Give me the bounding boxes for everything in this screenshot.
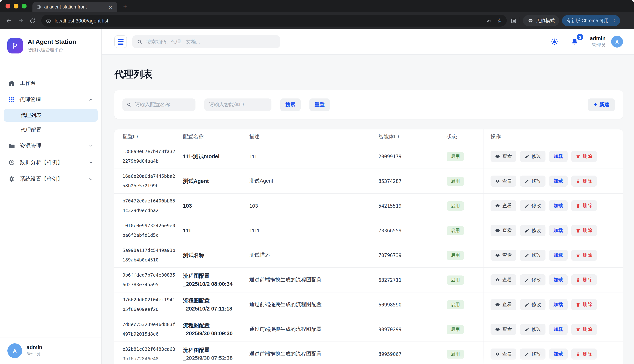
sidebar-item-agent-config[interactable]: 代理配置 [4, 124, 98, 136]
status-cell: 启用 [447, 176, 484, 186]
delete-button[interactable]: 删除 [571, 274, 597, 286]
global-search[interactable] [132, 36, 280, 48]
edit-button[interactable]: 修改 [520, 299, 546, 310]
table-row: 5a998a117dc5449a93b189ab4b0e4510 测试名称 测试… [114, 243, 623, 268]
back-icon[interactable] [4, 16, 14, 26]
tab-close-icon[interactable]: ✕ [108, 4, 114, 10]
new-tab-icon[interactable]: + [123, 3, 127, 10]
menu-kebab-icon[interactable]: ⋮ [612, 18, 617, 24]
edit-button[interactable]: 修改 [520, 200, 546, 211]
forward-icon[interactable] [16, 16, 26, 26]
status-cell: 启用 [447, 201, 484, 210]
delete-button[interactable]: 删除 [571, 176, 597, 186]
view-button[interactable]: 查看 [490, 250, 516, 261]
global-search-input[interactable] [145, 38, 276, 45]
toolbar-divider [520, 17, 520, 24]
edit-button[interactable]: 修改 [520, 324, 546, 335]
load-button[interactable]: 加载 [549, 324, 568, 335]
delete-button[interactable]: 删除 [571, 324, 597, 335]
bookmark-star-icon[interactable]: ☆ [497, 18, 502, 24]
delete-button[interactable]: 删除 [571, 250, 597, 261]
config-name-input[interactable] [134, 102, 192, 108]
password-key-icon[interactable] [486, 18, 492, 24]
window-zoom-button[interactable] [22, 4, 26, 8]
config-name-filter[interactable] [122, 98, 196, 111]
edit-button-icon [524, 253, 529, 258]
load-button[interactable]: 加载 [549, 225, 568, 236]
delete-button[interactable]: 删除 [571, 151, 597, 162]
site-info-icon[interactable] [46, 18, 51, 24]
table-body: 1388a9e67e7b4c8fa322279b9d04aa4b 111-测试m… [114, 144, 623, 364]
agent-id: 85374287 [378, 178, 447, 184]
sidebar-item-agent-management[interactable]: 代理管理 [0, 92, 102, 107]
view-button[interactable]: 查看 [490, 225, 516, 236]
edit-button-icon [524, 352, 529, 356]
config-id: 1388a9e67e7b4c8fa322279b9d04aa4b [114, 147, 183, 166]
incognito-badge[interactable]: 无痕模式 [523, 15, 559, 26]
chrome-update-chip[interactable]: 有新版 Chrome 可用 ⋮ [562, 15, 620, 26]
status-badge: 启用 [447, 300, 464, 309]
view-button[interactable]: 查看 [490, 348, 516, 360]
edit-button[interactable]: 修改 [520, 348, 546, 360]
load-button[interactable]: 加载 [549, 274, 568, 286]
table-row: 7d8ec753239e46d883f497b92015d8e6 流程图配置_2… [114, 317, 623, 342]
edit-button-icon [524, 278, 529, 282]
toolbar-right: 无痕模式 有新版 Chrome 可用 ⋮ [510, 15, 620, 26]
window-minimize-button[interactable] [14, 4, 18, 8]
edit-button[interactable]: 修改 [520, 151, 546, 162]
edit-button[interactable]: 修改 [520, 250, 546, 261]
edit-button-icon [524, 228, 529, 233]
logo-git-branch-icon [8, 38, 23, 54]
load-button[interactable]: 加载 [549, 348, 568, 360]
sidebar-item-workbench[interactable]: 工作台 [0, 76, 102, 90]
sidebar-item-agent-list[interactable]: 代理列表 [4, 109, 98, 122]
delete-button[interactable]: 删除 [571, 299, 597, 310]
window-close-button[interactable] [6, 4, 10, 8]
tab-search-icon[interactable] [510, 18, 517, 24]
edit-button[interactable]: 修改 [520, 225, 546, 236]
table-row: b70472e0aef6400bb654c329d9ecdba2 103 103… [114, 194, 623, 218]
sidebar-item-data-analysis[interactable]: 数据分析【样例】 [0, 155, 102, 170]
theme-toggle-button[interactable] [549, 36, 560, 47]
config-id: 5a998a117dc5449a93b189ab4b0e4510 [114, 246, 183, 265]
reload-icon[interactable] [27, 16, 38, 26]
load-button[interactable]: 加载 [549, 151, 568, 162]
status-cell: 启用 [447, 325, 484, 334]
load-button[interactable]: 加载 [549, 200, 568, 211]
delete-button[interactable]: 删除 [571, 225, 597, 236]
topbar: 3 admin 管理员 A [102, 29, 634, 54]
notifications-button[interactable]: 3 [570, 36, 580, 47]
reset-button[interactable]: 重置 [310, 98, 330, 111]
view-button-icon [495, 178, 500, 184]
sidebar-item-resource-management[interactable]: 资源管理 [0, 138, 102, 153]
agent-id-filter[interactable] [204, 98, 272, 111]
delete-button[interactable]: 删除 [571, 348, 597, 360]
view-button[interactable]: 查看 [490, 200, 516, 211]
config-id: b70472e0aef6400bb654c329d9ecdba2 [114, 196, 183, 216]
view-button[interactable]: 查看 [490, 324, 516, 335]
edit-button-icon [524, 154, 529, 159]
agent-id: 70796739 [378, 252, 447, 258]
browser-tab[interactable]: ai-agent-station-front ✕ [32, 2, 117, 12]
view-button[interactable]: 查看 [490, 274, 516, 286]
search-button[interactable]: 搜索 [280, 98, 300, 111]
load-button[interactable]: 加载 [549, 250, 568, 261]
url-bar[interactable]: localhost:3000/agent-list ☆ [41, 15, 507, 26]
view-button[interactable]: 查看 [490, 176, 516, 186]
sidebar-user[interactable]: A admin 管理员 [0, 337, 102, 364]
agent-id-input[interactable] [208, 102, 268, 108]
view-button[interactable]: 查看 [490, 151, 516, 162]
load-button[interactable]: 加载 [549, 299, 568, 310]
sidebar-item-system-settings[interactable]: 系统设置【样例】 [0, 172, 102, 186]
edit-button[interactable]: 修改 [520, 274, 546, 286]
sidebar-toggle-button[interactable] [114, 36, 127, 48]
delete-button[interactable]: 删除 [571, 200, 597, 211]
topbar-user[interactable]: admin 管理员 [590, 35, 606, 48]
config-id: 16a6e20a0da7445bba258b25e572f99b [114, 172, 183, 191]
create-button[interactable]: + 新建 [588, 98, 615, 111]
load-button[interactable]: 加载 [549, 176, 568, 186]
edit-button[interactable]: 修改 [520, 176, 546, 186]
view-button[interactable]: 查看 [490, 299, 516, 310]
view-button-icon [495, 352, 500, 356]
avatar[interactable]: A [611, 36, 623, 48]
